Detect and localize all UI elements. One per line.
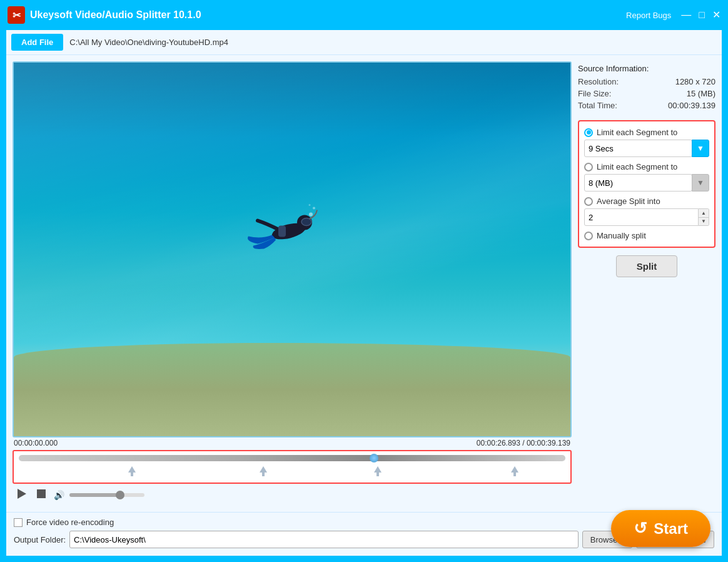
file-size-row: File Size: 15 (MB) xyxy=(578,89,715,98)
underwater-scene xyxy=(14,63,570,436)
option3-label-row: Average Split into xyxy=(584,197,709,206)
play-button[interactable] xyxy=(14,486,29,503)
svg-marker-17 xyxy=(18,489,26,499)
svg-marker-13 xyxy=(374,466,382,473)
spinbox-down-button[interactable]: ▼ xyxy=(699,218,709,226)
svg-rect-10 xyxy=(131,473,133,476)
svg-text:✂: ✂ xyxy=(13,10,21,21)
file-size-value: 15 (MB) xyxy=(687,89,715,98)
svg-rect-18 xyxy=(37,489,46,498)
option2-row: Limit each Segment to 8 (MB) ▼ xyxy=(584,162,709,192)
option1-radio[interactable] xyxy=(584,128,593,137)
spinbox-buttons: ▲ ▼ xyxy=(699,208,709,226)
timestamp-area: 00:00:00.000 00:00:26.893 / 00:00:39.139 xyxy=(13,437,572,449)
segment-marker-2[interactable] xyxy=(260,466,267,476)
option2-dropdown-row: 8 (MB) ▼ xyxy=(584,174,709,192)
report-bugs-link[interactable]: Report Bugs xyxy=(626,11,671,20)
volume-slider[interactable] xyxy=(69,493,144,497)
svg-marker-9 xyxy=(128,466,136,473)
option2-label-row: Limit each Segment to xyxy=(584,162,709,171)
current-total-timestamp: 00:00:26.893 / 00:00:39.139 xyxy=(477,439,570,447)
output-row: Output Folder: Browse... Open Output Fil… xyxy=(14,531,714,548)
main-container: Add File C:\All My Video\One\diving-Yout… xyxy=(6,30,722,556)
option3-spinbox-row: 2 ▲ ▼ xyxy=(584,208,709,226)
split-button[interactable]: Split xyxy=(616,255,678,277)
resolution-label: Resolution: xyxy=(578,77,619,86)
total-time-label: Total Time: xyxy=(578,101,617,110)
option1-dropdown-row: 9 Secs ▼ xyxy=(584,140,709,157)
option2-dropdown-value: 8 (MB) xyxy=(589,178,613,188)
svg-rect-16 xyxy=(513,473,516,476)
svg-rect-12 xyxy=(262,473,265,476)
resolution-row: Resolution: 1280 x 720 xyxy=(578,77,715,86)
segment-marker-4[interactable] xyxy=(511,466,518,476)
option3-radio[interactable] xyxy=(584,197,593,206)
force-encoding-label: Force video re-encoding xyxy=(26,518,114,527)
option1-dropdown-value: 9 Secs xyxy=(589,144,614,153)
title-bar: ✂ Ukeysoft Video/Audio Splitter 10.1.0 R… xyxy=(0,0,728,30)
total-time-row: Total Time: 00:00:39.139 xyxy=(578,101,715,110)
total-time-value: 00:00:39.139 xyxy=(668,101,715,110)
option2-radio[interactable] xyxy=(584,163,593,171)
video-container xyxy=(13,61,572,437)
file-path-label: C:\All My Video\One\diving-YoutubeHD.mp4 xyxy=(69,38,228,47)
svg-point-8 xyxy=(309,204,311,206)
option4-label-row: Manually split xyxy=(584,231,709,240)
svg-point-6 xyxy=(309,212,313,216)
volume-icon: 🔊 xyxy=(54,490,64,500)
resolution-value: 1280 x 720 xyxy=(675,77,715,86)
source-info: Source Information: Resolution: 1280 x 7… xyxy=(578,61,715,115)
svg-point-7 xyxy=(313,207,315,209)
option1-dropdown-arrow[interactable]: ▼ xyxy=(692,140,709,157)
start-label: Start xyxy=(654,520,688,538)
timeline-container[interactable] xyxy=(13,450,572,484)
option2-dropdown-arrow[interactable]: ▼ xyxy=(692,174,709,192)
start-icon: ↺ xyxy=(634,519,647,538)
diver-silhouette xyxy=(230,192,355,269)
split-options-panel: Limit each Segment to 9 Secs ▼ Limit eac… xyxy=(578,120,715,248)
output-folder-input[interactable] xyxy=(69,531,579,548)
svg-rect-14 xyxy=(377,473,379,476)
start-btn-area: ↺ Start xyxy=(611,510,710,547)
spinbox-up-button[interactable]: ▲ xyxy=(699,209,709,218)
app-logo: ✂ xyxy=(8,6,25,24)
scrubber-track[interactable] xyxy=(19,455,565,461)
stop-button[interactable] xyxy=(34,486,49,503)
segment-markers xyxy=(19,466,565,479)
bottom-section: Force video re-encoding Output Folder: B… xyxy=(6,512,722,556)
add-file-button[interactable]: Add File xyxy=(11,34,63,51)
force-encoding-checkbox[interactable] xyxy=(14,518,23,527)
option3-row: Average Split into 2 ▲ ▼ xyxy=(584,197,709,226)
sand-bottom xyxy=(14,343,570,436)
app-title: Ukeysoft Video/Audio Splitter 10.1.0 xyxy=(30,9,626,21)
video-panel: 00:00:00.000 00:00:26.893 / 00:00:39.139 xyxy=(13,61,572,506)
option2-label: Limit each Segment to xyxy=(597,162,677,171)
segment-marker-3[interactable] xyxy=(374,466,382,476)
minimize-button[interactable]: — xyxy=(681,10,691,20)
option3-label: Average Split into xyxy=(597,197,660,206)
maximize-button[interactable]: □ xyxy=(699,10,705,20)
option1-dropdown[interactable]: 9 Secs xyxy=(584,140,692,157)
window-controls: — □ ✕ xyxy=(681,10,720,20)
encoding-row: Force video re-encoding xyxy=(14,518,714,527)
option1-label: Limit each Segment to xyxy=(597,128,677,137)
svg-rect-5 xyxy=(278,225,286,237)
scrubber-thumb[interactable] xyxy=(370,454,378,462)
option4-label: Manually split xyxy=(597,231,646,240)
option2-dropdown[interactable]: 8 (MB) xyxy=(584,174,692,192)
right-panel: Source Information: Resolution: 1280 x 7… xyxy=(578,61,715,506)
close-button[interactable]: ✕ xyxy=(712,10,720,20)
option3-spinbox[interactable]: 2 xyxy=(584,208,699,226)
segment-marker-1[interactable] xyxy=(128,466,136,476)
start-timestamp: 00:00:00.000 xyxy=(14,439,58,447)
source-info-title: Source Information: xyxy=(578,64,715,73)
option1-row: Limit each Segment to 9 Secs ▼ xyxy=(584,128,709,157)
output-folder-label: Output Folder: xyxy=(14,535,66,544)
svg-marker-15 xyxy=(511,466,518,473)
title-bar-right: Report Bugs — □ ✕ xyxy=(626,10,720,20)
option4-radio[interactable] xyxy=(584,232,593,240)
start-button[interactable]: ↺ Start xyxy=(611,510,710,547)
content-area: 00:00:00.000 00:00:26.893 / 00:00:39.139 xyxy=(6,55,722,512)
file-bar: Add File C:\All My Video\One\diving-Yout… xyxy=(6,30,722,55)
playback-controls: 🔊 xyxy=(13,484,572,506)
